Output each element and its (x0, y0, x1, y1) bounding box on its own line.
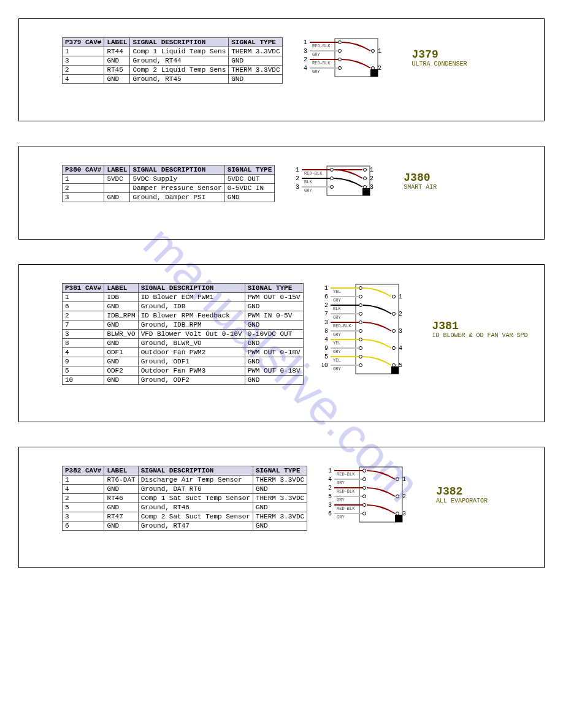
col-header: SIGNAL DESCRIPTION (138, 284, 245, 293)
table-row: 2RT46Comp 1 Sat Suct Temp SensorTHERM 3.… (63, 494, 307, 503)
pin-number: 1 (324, 285, 327, 292)
svg-rect-24 (391, 366, 399, 374)
table-cell: GND (104, 503, 138, 512)
table-cell: 2 (63, 66, 104, 75)
pin-number: 2 (324, 302, 327, 309)
table-cell: Comp 2 Liquid Temp Sens (130, 66, 229, 75)
wire-label: BLK (333, 306, 341, 311)
table-cell: ID Blower ECM PWM1 (138, 293, 245, 302)
table-cell: 9 (63, 357, 104, 366)
svg-point-49 (392, 364, 395, 367)
table-cell: THERM 3.3VDC (253, 512, 307, 521)
pin-number: 9 (324, 345, 327, 352)
table-cell: RT46 (104, 494, 138, 503)
table-cell: 5VDC OUT (224, 175, 275, 184)
table-row: 10GNDGround, ODF2GND (63, 376, 304, 385)
table-cell: 0-10VDC OUT (245, 330, 303, 339)
table-cell: GND (104, 75, 130, 84)
table-cell: GND (229, 56, 283, 66)
table-row: 4GNDGround, RT45GND (63, 75, 283, 84)
pin-number: 1 (402, 476, 406, 483)
pin-number: 4 (324, 336, 327, 343)
pin-number: 2 (328, 485, 332, 491)
pin-number: 4 (328, 476, 332, 483)
svg-point-53 (363, 469, 366, 472)
table-cell: RT44 (104, 47, 130, 56)
table-cell: 4 (63, 348, 104, 357)
table-row: 3GNDGround, RT44GND (63, 56, 283, 66)
col-cav: P379 CAV# (63, 38, 104, 47)
wire-label: GRY (333, 366, 341, 371)
table-cell: Ground, IDB (138, 302, 245, 311)
svg-point-47 (392, 330, 395, 333)
table-cell: Comp 2 Sat Suct Temp Sensor (138, 512, 253, 521)
table-cell: 5VDC (104, 175, 130, 184)
svg-point-55 (363, 478, 366, 481)
table-cell: 2 (63, 311, 104, 320)
table-row: 5ODF2Outdoor Fan PWM3PWM OUT 0-18V (63, 366, 304, 376)
table-row: 2Damper Pressure Sensor0-5VDC IN (63, 184, 275, 193)
table-cell: 3 (63, 193, 104, 202)
table-cell: RT45 (104, 66, 130, 75)
table-cell: 5VDC Supply (130, 175, 224, 184)
svg-rect-13 (362, 188, 370, 195)
pin-number: 2 (296, 175, 299, 182)
wire-label: YEL (333, 289, 341, 294)
col-header: LABEL (104, 284, 138, 293)
table-cell: THERM 3.3VDC (229, 47, 283, 56)
col-header: LABEL (104, 165, 130, 175)
table-cell: Ground, RT45 (130, 75, 229, 84)
svg-point-42 (359, 355, 362, 358)
panel-j379: P379 CAV#LABELSIGNAL DESCRIPTIONSIGNAL T… (18, 18, 545, 121)
table-row: 1RT6-DATDischarge Air Temp SensorTHERM 3… (63, 476, 307, 485)
wire-label: YEL (333, 358, 341, 363)
svg-point-9 (339, 67, 342, 70)
col-header: SIGNAL TYPE (229, 38, 283, 47)
wire-label: RED-BLK (312, 44, 331, 48)
col-header: LABEL (104, 466, 138, 476)
svg-point-26 (359, 287, 362, 290)
table-cell: Outdoor Fan PWM2 (138, 348, 245, 357)
svg-rect-23 (356, 284, 399, 374)
table-cell: 2 (63, 184, 104, 193)
svg-point-22 (364, 186, 367, 189)
svg-point-40 (359, 347, 362, 350)
connector-block: 1YEL6GRY2BLK7GRY3RED-BLK8GRY4YEL9GRY5YEL… (322, 283, 528, 375)
table-cell: 3 (63, 330, 104, 339)
pin-number: 10 (322, 362, 328, 369)
pin-number: 8 (324, 328, 327, 335)
table-cell: IDB (104, 293, 138, 302)
table-cell: VFD Blower Volt Out 0-10V (138, 330, 245, 339)
pinout-table: P381 CAV#LABELSIGNAL DESCRIPTIONSIGNAL T… (62, 283, 304, 385)
table-cell: Ground, RT46 (138, 503, 253, 512)
pin-number: 3 (399, 328, 402, 335)
table-cell: Ground, RT47 (138, 521, 253, 531)
table-cell: Ground, DAT RT6 (138, 485, 253, 494)
pin-number: 2 (378, 65, 381, 72)
svg-point-36 (359, 330, 362, 333)
table-cell: GND (245, 339, 303, 348)
svg-point-46 (392, 313, 395, 316)
table-cell: GND (224, 193, 275, 202)
panel-j381: P381 CAV#LABELSIGNAL DESCRIPTIONSIGNAL T… (18, 264, 545, 422)
svg-point-3 (339, 41, 342, 44)
col-cav: P381 CAV# (63, 284, 104, 293)
table-cell: 3 (63, 56, 104, 66)
pin-number: 4 (304, 65, 307, 72)
table-row: 3BLWR_VOVFD Blower Volt Out 0-10V0-10VDC… (63, 330, 304, 339)
table-cell: Ground, IDB_RPM (138, 320, 245, 330)
pin-number: 1 (328, 468, 332, 474)
table-cell: GND (245, 302, 303, 311)
svg-point-10 (372, 50, 375, 53)
table-row: 2IDB_RPMID Blower RPM FeedbackPWM IN 0-5… (63, 311, 304, 320)
table-cell: 1 (63, 175, 104, 184)
wire-label: GRY (337, 480, 345, 485)
table-cell: GND (104, 302, 138, 311)
table-cell: 2 (63, 494, 104, 503)
connector-diagram: 1YEL6GRY2BLK7GRY3RED-BLK8GRY4YEL9GRY5YEL… (322, 283, 426, 375)
table-row: 9GNDGround, ODF1GND (63, 357, 304, 366)
svg-point-30 (359, 304, 362, 307)
table-cell: 0-5VDC IN (224, 184, 275, 193)
wire-label: BLK (304, 180, 312, 184)
table-row: 8GNDGround, BLWR_VOGND (63, 339, 304, 348)
